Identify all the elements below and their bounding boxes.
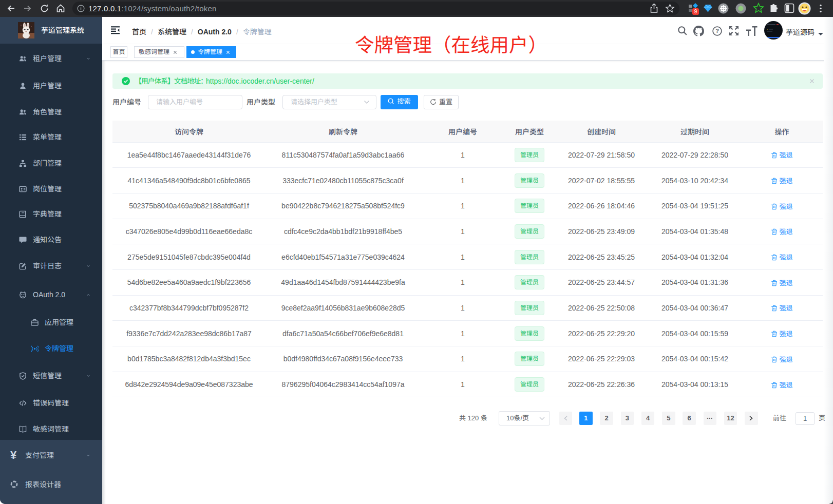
svg-text:?: ? xyxy=(715,28,719,34)
svg-text:9: 9 xyxy=(694,9,697,14)
